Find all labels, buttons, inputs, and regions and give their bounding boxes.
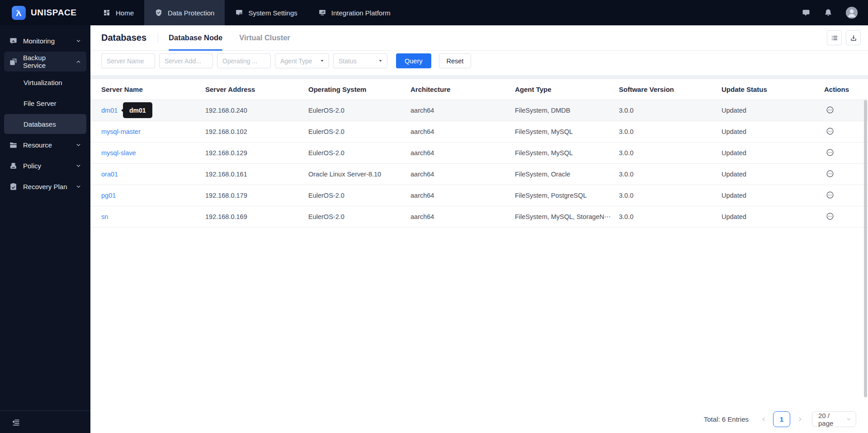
sidebar-item-label: Recovery Plan — [23, 183, 67, 190]
cell-operating_system: EulerOS-2.0 — [308, 213, 410, 220]
current-page-button[interactable]: 1 — [773, 411, 790, 427]
topnav-item-integration-platform[interactable]: Integration Platform — [308, 0, 401, 25]
cell-software_version: 3.0.0 — [619, 213, 722, 220]
prev-page-button[interactable] — [757, 416, 770, 422]
folder-icon — [9, 141, 18, 149]
header-actions — [827, 30, 861, 45]
cell-server_address: 192.168.0.129 — [205, 149, 308, 157]
sidebar-item-label: Monitoring — [23, 37, 55, 45]
server-name-link[interactable]: mysql-slave — [101, 149, 136, 157]
collapse-sidebar-icon[interactable] — [11, 418, 20, 427]
bell-icon[interactable] — [824, 8, 833, 17]
cell-server_address: 192.168.0.169 — [205, 213, 308, 220]
more-actions-button[interactable] — [826, 215, 835, 222]
table-row-ora01: ora01192.168.0.161Oracle Linux Server-8.… — [90, 164, 868, 185]
next-page-button[interactable] — [793, 416, 806, 422]
page-size-select[interactable]: 20 / page — [812, 411, 856, 427]
vertical-scrollbar[interactable] — [864, 100, 867, 397]
tab-virtual-cluster[interactable]: Virtual Cluster — [239, 25, 290, 50]
column-header-software-version: Software Version — [619, 86, 722, 93]
cell-server_address: 192.168.0.161 — [205, 171, 308, 178]
cell-software_version: 3.0.0 — [619, 192, 722, 199]
sidebar-item-virtualization[interactable]: Virtualization — [4, 72, 86, 92]
more-actions-button[interactable] — [826, 130, 835, 137]
column-header-architecture: Architecture — [410, 86, 515, 93]
cell-server_name: pg01 — [101, 192, 205, 199]
filter-input-server-name[interactable] — [101, 53, 155, 68]
server-name-link[interactable]: dm01 — [101, 107, 118, 114]
filter-select-agent-type[interactable]: Agent Type — [275, 53, 329, 68]
more-actions-button[interactable] — [826, 151, 835, 158]
chat-icon[interactable] — [802, 8, 811, 17]
topnav-item-label: System Settings — [248, 9, 297, 17]
reset-button[interactable]: Reset — [439, 53, 472, 68]
filter-input-operating[interactable] — [217, 53, 271, 68]
server-name-tooltip: dm01 — [123, 102, 152, 118]
topnav-item-data-protection[interactable]: Data Protection — [144, 0, 225, 25]
server-name-link[interactable]: mysql-master — [101, 128, 141, 135]
cell-architecture: aarch64 — [410, 149, 515, 157]
sidebar-item-databases[interactable]: Databases — [4, 114, 86, 134]
cell-architecture: aarch64 — [410, 107, 515, 114]
caret-down-icon — [319, 58, 325, 64]
sidebar-item-recovery-plan[interactable]: Recovery Plan — [4, 176, 86, 196]
export-button[interactable] — [846, 30, 861, 45]
cell-server_name: dm01 — [101, 107, 205, 114]
cell-architecture: aarch64 — [410, 192, 515, 199]
cell-architecture: aarch64 — [410, 213, 515, 220]
avatar[interactable] — [846, 7, 858, 19]
column-header-update-status: Update Status — [722, 86, 824, 93]
server-name-link[interactable]: pg01 — [101, 192, 116, 199]
sidebar-item-resource[interactable]: Resource — [4, 135, 86, 155]
cell-architecture: aarch64 — [410, 128, 515, 135]
cell-actions — [824, 212, 868, 222]
cell-server_address: 192.168.0.102 — [205, 128, 308, 135]
sidebar-item-label: File Server — [24, 100, 57, 107]
server-name-link[interactable]: ora01 — [101, 171, 118, 178]
cell-operating_system: EulerOS-2.0 — [308, 107, 410, 114]
cell-actions — [824, 127, 868, 137]
cell-software_version: 3.0.0 — [619, 149, 722, 157]
cell-software_version: 3.0.0 — [619, 128, 722, 135]
chevron-down-icon — [75, 38, 81, 44]
cell-update_status: Updated — [722, 213, 824, 220]
sidebar-item-policy[interactable]: Policy — [4, 156, 86, 176]
column-settings-button[interactable] — [827, 30, 842, 45]
table-row-sn: sn192.168.0.169EulerOS-2.0aarch64FileSys… — [90, 206, 868, 228]
cell-update_status: Updated — [722, 128, 824, 135]
monitoring-icon — [9, 37, 18, 45]
sidebar-item-label: Backup Service — [23, 54, 70, 69]
cell-server_name: sn — [101, 213, 205, 220]
sidebar-item-file-server[interactable]: File Server — [4, 93, 86, 113]
sidebar-item-backup-service[interactable]: Backup Service — [4, 52, 86, 71]
topnav-item-label: Integration Platform — [331, 9, 391, 17]
panel-gap — [90, 75, 868, 79]
filter-select-value: Agent Type — [280, 57, 312, 65]
cell-actions — [824, 169, 868, 180]
tab-database-node[interactable]: Database Node — [169, 25, 222, 50]
filter-select-status[interactable]: Status — [333, 53, 387, 68]
sidebar-item-label: Databases — [24, 120, 56, 128]
filter-input-server-add[interactable] — [159, 53, 213, 68]
cell-agent_type: FileSystem, Oracle — [515, 171, 619, 178]
cell-operating_system: EulerOS-2.0 — [308, 192, 410, 199]
chevron-left-icon — [761, 416, 767, 422]
topnav-item-system-settings[interactable]: System Settings — [225, 0, 307, 25]
page-size-value: 20 / page — [818, 412, 846, 427]
cell-agent_type: FileSystem, DMDB — [515, 107, 619, 114]
topnav-item-label: Home — [116, 9, 134, 17]
column-settings-icon — [830, 34, 839, 42]
recovery-plan-icon — [9, 182, 18, 191]
cell-actions — [824, 105, 868, 116]
cell-server_name: mysql-slave — [101, 149, 205, 157]
more-actions-button[interactable] — [826, 172, 835, 180]
sidebar-item-monitoring[interactable]: Monitoring — [4, 31, 86, 51]
query-button[interactable]: Query — [396, 53, 431, 68]
more-actions-button[interactable] — [826, 194, 835, 201]
topnav-item-home[interactable]: Home — [92, 0, 144, 25]
cell-server_address: 192.168.0.240 — [205, 107, 308, 114]
caret-down-icon — [377, 58, 383, 64]
server-name-link[interactable]: sn — [101, 213, 108, 220]
topbar-right — [802, 0, 868, 25]
more-actions-button[interactable] — [826, 109, 835, 116]
